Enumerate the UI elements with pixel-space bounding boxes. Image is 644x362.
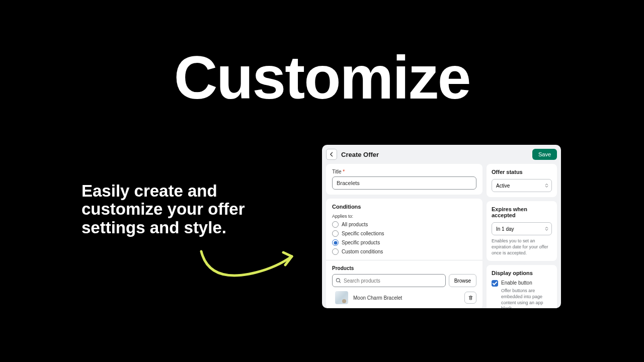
radio-all-products[interactable]: All products: [332, 221, 476, 228]
title-card: Title *: [326, 164, 482, 195]
radio-custom-conditions[interactable]: Custom conditions: [332, 248, 476, 255]
expires-select[interactable]: In 1 day: [492, 222, 552, 235]
status-card: Offer status Active: [487, 164, 557, 197]
expires-heading: Expires when accepted: [492, 206, 552, 218]
select-arrows-icon: [545, 184, 548, 188]
divider: [326, 260, 482, 260]
status-select[interactable]: Active: [492, 179, 552, 192]
back-button[interactable]: [326, 149, 337, 160]
expires-card: Expires when accepted In 1 day Enables y…: [487, 201, 557, 261]
trash-icon: [468, 295, 473, 301]
enable-button-help: Offer buttons are embedded into page con…: [501, 288, 552, 308]
applies-to-label: Applies to:: [332, 214, 476, 219]
conditions-heading: Conditions: [332, 204, 476, 210]
hero-title: Customize: [0, 43, 644, 112]
product-thumbnail: [335, 291, 348, 304]
arrow-left-icon: [329, 151, 335, 157]
product-name: Moon Charm Bracelet: [353, 295, 459, 301]
search-icon: [336, 278, 341, 284]
enable-button-checkbox[interactable]: Enable button: [492, 280, 552, 287]
browse-button[interactable]: Browse: [449, 274, 476, 287]
arrow-illustration: [194, 246, 299, 284]
expires-help: Enables you to set an expiration date fo…: [492, 238, 552, 256]
display-heading: Display options: [492, 270, 552, 276]
title-input[interactable]: [332, 176, 476, 190]
radio-specific-collections[interactable]: Specific collections: [332, 230, 476, 237]
status-heading: Offer status: [492, 169, 552, 175]
radio-specific-products[interactable]: Specific products: [332, 239, 476, 246]
panel-header: Create Offer Save: [326, 149, 557, 164]
products-heading: Products: [332, 265, 476, 271]
search-products-input[interactable]: [332, 274, 446, 287]
conditions-card: Conditions Applies to: All products Spec…: [326, 199, 482, 308]
delete-product-button[interactable]: [464, 292, 476, 304]
tagline: Easily create and customize your offer s…: [82, 182, 283, 237]
panel-title: Create Offer: [341, 151, 528, 158]
product-row: Moon Charm Bracelet: [332, 291, 476, 304]
select-arrows-icon: [545, 227, 548, 231]
create-offer-panel: Create Offer Save Title * Conditions App…: [322, 145, 561, 308]
save-button[interactable]: Save: [532, 149, 557, 160]
display-card: Display options Enable button Offer butt…: [487, 265, 557, 308]
title-label: Title *: [332, 169, 476, 174]
